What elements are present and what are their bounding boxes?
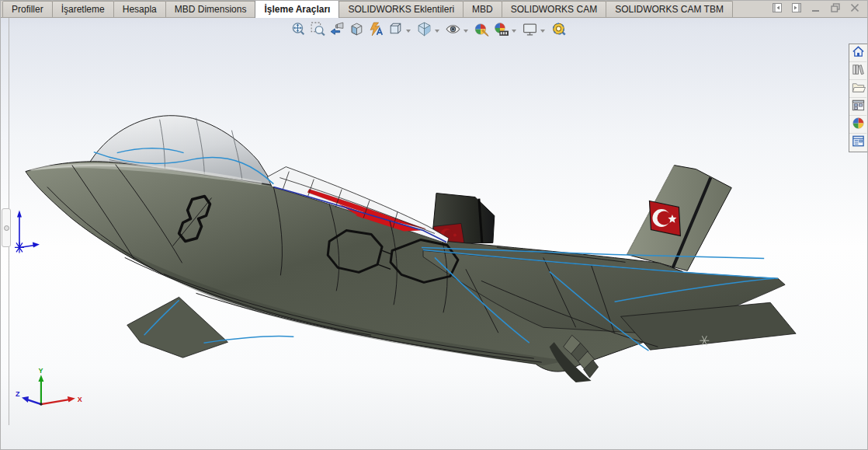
file-explorer-tab[interactable] [849, 80, 866, 98]
tab-mbd[interactable]: MBD [463, 1, 502, 17]
view-orientation-icon [387, 21, 404, 40]
reference-triad: Y X Z [16, 367, 82, 406]
apply-scene-button[interactable] [491, 20, 511, 41]
restore-button[interactable] [829, 3, 842, 15]
custom-properties-icon [851, 134, 866, 152]
dynamic-annotation-views-button[interactable] [366, 20, 386, 41]
part-origin-symbol [15, 211, 40, 253]
view-settings-icon [522, 21, 538, 40]
measure-button[interactable] [549, 20, 568, 41]
solidworks-resources-icon [851, 44, 866, 62]
tab-solidworks-cam-tbm[interactable]: SOLIDWORKS CAM TBM [606, 1, 733, 17]
edit-appearance-icon [474, 21, 490, 40]
previous-view-icon [329, 21, 345, 40]
design-library-tab[interactable] [849, 62, 866, 80]
minimize-button[interactable] [810, 3, 822, 15]
appearances-scenes-tab[interactable] [849, 116, 866, 134]
apply-scene-dropdown-arrow-icon[interactable] [512, 30, 516, 33]
hide-show-items-dropdown-arrow-icon[interactable] [464, 30, 468, 33]
solidworks-resources-tab[interactable] [849, 44, 866, 62]
custom-properties-tab[interactable] [849, 134, 866, 152]
measure-icon [550, 21, 567, 40]
axis-label-y: Y [38, 367, 43, 375]
axis-label-z: Z [16, 390, 20, 398]
tab-solidworks-cam[interactable]: SOLIDWORKS CAM [502, 1, 606, 17]
previous-pane-button[interactable] [771, 3, 783, 15]
appearances-scenes-icon [851, 116, 866, 134]
file-explorer-icon [851, 80, 866, 98]
zoom-to-fit-button[interactable] [289, 20, 308, 41]
design-library-icon [851, 62, 866, 80]
view-orientation-dropdown-arrow-icon[interactable] [406, 30, 411, 33]
heads-up-view-toolbar [289, 20, 568, 41]
tab-isaretleme[interactable]: İşaretleme [52, 1, 114, 17]
task-pane-strip [849, 44, 867, 152]
minimize-icon [811, 2, 821, 16]
close-icon [849, 2, 860, 16]
zoom-to-area-button[interactable] [308, 20, 328, 41]
view-orientation-button[interactable] [386, 20, 405, 41]
display-style-button[interactable] [415, 20, 434, 41]
graphics-area[interactable]: Y X Z [1, 1, 867, 449]
tab-profiller[interactable]: Profiller [2, 1, 53, 17]
view-settings-dropdown-arrow-icon[interactable] [540, 30, 545, 33]
panel-collapse-grabber[interactable] [2, 208, 11, 247]
view-palette-tab[interactable] [849, 98, 866, 116]
edit-appearance-button[interactable] [472, 20, 491, 41]
jet-model[interactable] [26, 116, 796, 382]
apply-scene-icon [493, 21, 509, 40]
tab-solidworks-eklentileri[interactable]: SOLIDWORKS Eklentileri [339, 1, 464, 17]
previous-view-button[interactable] [328, 20, 347, 41]
zoom-to-area-icon [310, 21, 326, 40]
command-manager-tabbar: ProfillerİşaretlemeHesaplaMBD Dimensions… [1, 1, 867, 18]
tab-isleme-araclar[interactable]: İşleme Araçları [255, 0, 339, 18]
command-tabs: ProfillerİşaretlemeHesaplaMBD Dimensions… [1, 0, 732, 17]
zoom-to-fit-icon [290, 21, 307, 40]
solidworks-window: Y X Z ProfillerİşaretlemeHesaplaMBD Dime… [0, 0, 868, 450]
restore-icon [830, 2, 841, 16]
dynamic-annotation-views-icon [368, 21, 384, 40]
section-view-icon [349, 21, 365, 40]
next-pane-button[interactable] [790, 3, 803, 15]
close-button[interactable] [849, 3, 861, 15]
graphics-3d-view[interactable]: Y X Z [1, 1, 867, 450]
next-pane-icon [791, 2, 802, 16]
display-style-icon [416, 21, 432, 40]
window-controls [771, 3, 867, 17]
view-palette-icon [851, 98, 866, 116]
view-settings-button[interactable] [520, 20, 540, 41]
previous-pane-icon [772, 2, 783, 16]
turkish-flag-decal [649, 201, 680, 236]
hide-show-items-icon [445, 21, 461, 40]
tab-hesapla[interactable]: Hesapla [113, 1, 166, 17]
tab-mbd-dimensions[interactable]: MBD Dimensions [165, 1, 256, 17]
hide-show-items-button[interactable] [443, 20, 463, 41]
display-style-dropdown-arrow-icon[interactable] [435, 30, 439, 33]
section-view-button[interactable] [347, 20, 366, 41]
grabber-dot-icon [4, 225, 9, 231]
axis-label-x: X [78, 396, 82, 403]
